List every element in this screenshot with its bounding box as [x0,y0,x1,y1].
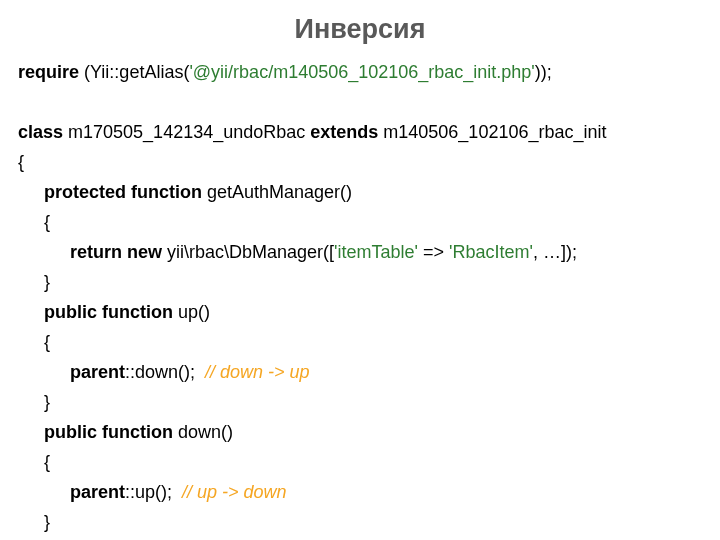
text: ::down(); [125,362,205,382]
keyword: public function [44,422,173,442]
string: 'itemTable' [334,242,418,262]
comment: // up -> down [182,482,287,502]
keyword: parent [70,362,125,382]
keyword: return new [70,242,162,262]
code-line: } [18,507,702,537]
code-line: { [18,207,702,237]
text: up() [173,302,210,322]
code-line: parent::down(); // down -> up [18,357,702,387]
code-line: require (Yii::getAlias('@yii/rbac/m14050… [18,57,702,87]
text: getAuthManager() [202,182,352,202]
text: { [18,327,50,357]
text: } [18,507,50,537]
code-line: public function down() [18,417,702,447]
text: ::up(); [125,482,182,502]
code-line: } [18,267,702,297]
keyword: extends [310,122,378,142]
keyword: class [18,122,63,142]
text: down() [173,422,233,442]
text: } [18,267,50,297]
string: '@yii/rbac/m140506_102106_rbac_init.php' [189,62,534,82]
text: yii\rbac\DbManager([ [162,242,334,262]
text: m170505_142134_undoRbac [63,122,310,142]
code-line: parent::up(); // up -> down [18,477,702,507]
text: , …]); [533,242,577,262]
code-line: { [18,447,702,477]
text: )); [535,62,552,82]
keyword: parent [70,482,125,502]
code-block: require (Yii::getAlias('@yii/rbac/m14050… [18,57,702,537]
comment: // down -> up [205,362,310,382]
keyword: public function [44,302,173,322]
code-line: return new yii\rbac\DbManager(['itemTabl… [18,237,702,267]
code-line: { [18,327,702,357]
text: { [18,207,50,237]
text: { [18,447,50,477]
code-line: } [18,387,702,417]
code-line: { [18,147,702,177]
blank-line [18,87,702,117]
text: } [18,387,50,417]
string: 'RbacItem' [449,242,533,262]
slide-title: Инверсия [18,14,702,45]
code-line: protected function getAuthManager() [18,177,702,207]
text: m140506_102106_rbac_init [378,122,606,142]
text: (Yii::getAlias( [79,62,189,82]
code-line: public function up() [18,297,702,327]
code-line: class m170505_142134_undoRbac extends m1… [18,117,702,147]
keyword: protected function [44,182,202,202]
keyword: require [18,62,79,82]
text: => [418,242,449,262]
